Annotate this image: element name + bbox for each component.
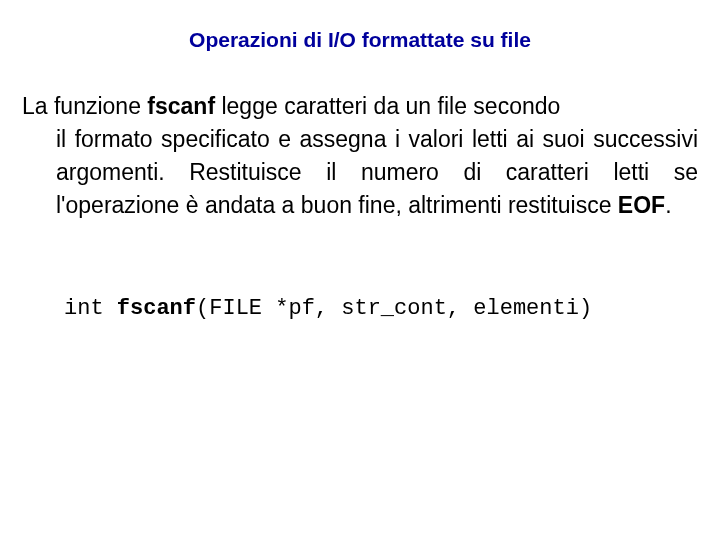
code-signature: int fscanf(FILE *pf, str_cont, elementi) (22, 296, 698, 321)
para-func-name: fscanf (147, 93, 215, 119)
slide-title: Operazioni di I/O formattate su file (22, 28, 698, 52)
para-mid-first: legge caratteri da un file secondo (215, 93, 560, 119)
para-mid-rest: il formato specificato e assegna i valor… (56, 126, 698, 218)
para-end: . (665, 192, 671, 218)
code-return-type: int (64, 296, 117, 321)
para-lead: La funzione (22, 93, 147, 119)
body-paragraph: La funzione fscanf legge caratteri da un… (22, 90, 698, 222)
code-func-name: fscanf (117, 296, 196, 321)
code-args: (FILE *pf, str_cont, elementi) (196, 296, 592, 321)
para-rest: il formato specificato e assegna i valor… (22, 123, 698, 222)
para-eof: EOF (618, 192, 665, 218)
